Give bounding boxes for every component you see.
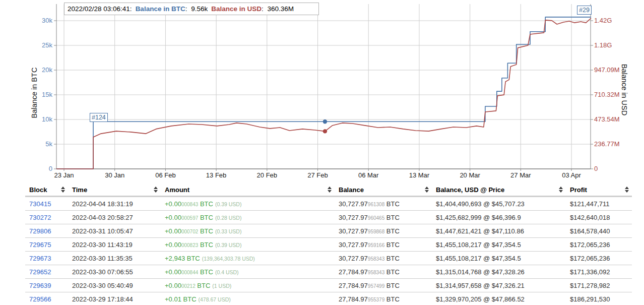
x-tick-label: 27 Mar (510, 171, 531, 179)
cell-profit: $172,065,236 (566, 238, 632, 252)
cell-balance-usd: $1,315,014,768 @ $47,328.26 (432, 265, 566, 279)
cell-time: 2022-03-30 11:43:19 (68, 238, 161, 252)
cell-time: 2022-04-03 20:58:27 (68, 211, 161, 224)
y-left-tick-label: 20k (42, 66, 52, 74)
sort-icon[interactable] (328, 187, 332, 193)
table-row: 729675 2022-03-30 11:43:19 +0.00000823 B… (25, 238, 632, 252)
series-line (56, 18, 591, 169)
cell-time: 2022-03-30 07:06:55 (68, 265, 161, 279)
hover-legend: 2022/02/28 03:06:41: Balance in BTC: 9.5… (64, 3, 319, 15)
y-right-tick-label: 236.77M (594, 140, 620, 148)
cell-amount: +0.00000823 BTC(0.39 USD) (161, 238, 335, 252)
table-row: 730272 2022-04-03 20:58:27 +0.00000597 B… (25, 211, 632, 224)
cell-time: 2022-03-31 10:05:47 (68, 224, 161, 238)
y-axis-title-btc: Balance in BTC (30, 68, 38, 118)
y-left-tick-label: 15k (42, 91, 52, 98)
cell-balance: 27,784.97958343 BTC (335, 265, 432, 279)
cell-block: 730415 (25, 197, 68, 211)
cell-amount: +0.00000843 BTC(0.39 USD) (161, 197, 335, 211)
cell-balance: 30,727.97958343 BTC (335, 252, 432, 265)
cell-balance: 30,727.97959166 BTC (335, 238, 432, 252)
y-right-tick-label: 1.18G (594, 41, 612, 49)
sort-icon[interactable] (154, 187, 158, 193)
header-profit[interactable]: Profit (566, 184, 632, 197)
legend-btc-value: 9.56k (191, 5, 208, 13)
cell-block: 730272 (25, 211, 68, 224)
cell-amount: +0.0000212 BTC(1 USD) (161, 279, 335, 292)
hover-marker (323, 119, 327, 124)
cell-balance: 30,727.97960465 BTC (335, 211, 432, 224)
cell-balance-usd: $1,425,682,999 @ $46,396.9 (432, 211, 566, 224)
y-right-tick-label: 710.32M (594, 91, 620, 98)
cell-profit: $171,278,982 (566, 279, 632, 292)
x-tick-label: 30 Jan (105, 171, 124, 179)
table-row: 729652 2022-03-30 07:06:55 +0.00000844 B… (25, 265, 632, 279)
y-axis-title-usd: Balance in USD (620, 64, 628, 115)
legend-colon: : (262, 5, 266, 13)
x-tick-label: 03 Apr (562, 171, 581, 179)
table-header-row: Block Time Amount Balance Balance, USD @… (25, 184, 632, 197)
annotation-29[interactable]: #29 (577, 6, 592, 15)
x-tick-label: 06 Feb (155, 171, 175, 179)
block-link[interactable]: 729806 (29, 227, 51, 235)
table-row: 729566 2022-03-29 17:18:44 +0.01 BTC(478… (25, 292, 632, 305)
y-left-tick-label: 5k (45, 140, 52, 148)
x-tick-label: 13 Feb (206, 171, 226, 179)
balance-chart[interactable]: 23 Jan30 Jan06 Feb13 Feb20 Feb27 Feb06 M… (0, 0, 644, 181)
cell-amount: +0.01 BTC(478.67 USD) (161, 292, 335, 305)
series-line (56, 17, 591, 169)
legend-btc-label: Balance in BTC (136, 5, 185, 13)
legend-colon: : (185, 5, 189, 13)
sort-icon[interactable] (425, 187, 429, 193)
cell-balance-usd: $1,455,108,217 @ $47,354.5 (432, 238, 566, 252)
header-time[interactable]: Time (68, 184, 161, 197)
cell-balance-usd: $1,314,957,658 @ $47,326.21 (432, 279, 566, 292)
block-link[interactable]: 730415 (29, 200, 51, 208)
block-link[interactable]: 729652 (29, 268, 51, 276)
cell-amount: +0.00000597 BTC(0.28 USD) (161, 211, 335, 224)
cell-amount: +2,943 BTC(139,364,303.78 USD) (161, 252, 335, 265)
table-row: 729639 2022-03-30 05:40:49 +0.0000212 BT… (25, 279, 632, 292)
hover-marker (323, 129, 327, 133)
cell-block: 729806 (25, 224, 68, 238)
cell-balance: 27,784.97957499 BTC (335, 279, 432, 292)
header-balance-usd[interactable]: Balance, USD @ Price (432, 184, 566, 197)
sort-icon[interactable] (625, 187, 629, 193)
header-balance[interactable]: Balance (335, 184, 432, 197)
legend-timestamp: 2022/02/28 03:06:41: (68, 5, 132, 13)
x-tick-label: 06 Mar (358, 171, 379, 179)
cell-block: 729675 (25, 238, 68, 252)
block-link[interactable]: 729639 (29, 282, 51, 289)
cell-profit: $172,065,236 (566, 252, 632, 265)
table-row: 729673 2022-03-30 11:35:35 +2,943 BTC(13… (25, 252, 632, 265)
block-link[interactable]: 729675 (29, 241, 51, 249)
cell-amount: +0.00000844 BTC(0.4 USD) (161, 265, 335, 279)
chart-canvas[interactable]: 23 Jan30 Jan06 Feb13 Feb20 Feb27 Feb06 M… (0, 0, 644, 180)
cell-block: 729639 (25, 279, 68, 292)
cell-time: 2022-04-04 18:31:19 (68, 197, 161, 211)
sort-icon[interactable] (559, 187, 563, 193)
cell-profit: $186,291,530 (566, 292, 632, 305)
y-right-tick-label: 0 (594, 165, 598, 172)
legend-usd-value: 360.36M (268, 5, 294, 13)
cell-balance: 30,727.97961308 BTC (335, 197, 432, 211)
cell-amount: +0.00000702 BTC(0.33 USD) (161, 224, 335, 238)
header-amount[interactable]: Amount (161, 184, 335, 197)
cell-block: 729566 (25, 292, 68, 305)
sort-icon[interactable] (61, 187, 65, 193)
cell-time: 2022-03-30 11:35:35 (68, 252, 161, 265)
cell-block: 729673 (25, 252, 68, 265)
header-block[interactable]: Block (25, 184, 68, 197)
table-row: 730415 2022-04-04 18:31:19 +0.00000843 B… (25, 197, 632, 211)
annotation-124[interactable]: #124 (90, 113, 108, 122)
legend-usd-label: Balance in USD (211, 5, 262, 13)
x-tick-label: 23 Jan (54, 171, 74, 179)
x-tick-label: 20 Mar (460, 171, 480, 179)
y-right-tick-label: 947.09M (594, 66, 620, 74)
block-link[interactable]: 729673 (29, 255, 51, 262)
block-link[interactable]: 729566 (29, 295, 51, 303)
y-left-tick-label: 30k (42, 17, 52, 24)
cell-block: 729652 (25, 265, 68, 279)
block-link[interactable]: 730272 (29, 214, 51, 221)
y-left-tick-label: 25k (42, 41, 52, 49)
